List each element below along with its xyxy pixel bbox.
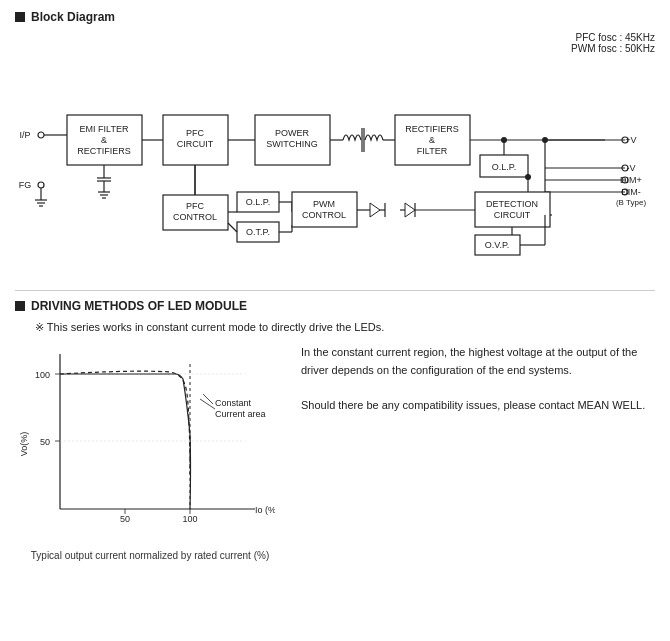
chart-caption: Typical output current normalized by rat… <box>15 550 285 561</box>
block-diagram-svg: .blk { fill: none; stroke: #222; stroke-… <box>15 60 655 270</box>
emi-label1: EMI FILTER <box>80 124 129 134</box>
svg-point-28 <box>501 137 507 143</box>
chart-svg: .ax { stroke: #222; stroke-width: 1.2; f… <box>15 344 275 544</box>
ovp-label: O.V.P. <box>485 240 510 250</box>
pfc-circuit-label1: PFC <box>186 128 205 138</box>
power-sw-label2: SWITCHING <box>266 139 318 149</box>
y50-label: 50 <box>40 437 50 447</box>
pfc-note-1: PFC fosc : 45KHz <box>576 32 655 43</box>
vplus-label: +V <box>625 135 636 145</box>
svg-point-2 <box>38 182 44 188</box>
chart-area: .ax { stroke: #222; stroke-width: 1.2; f… <box>15 344 285 561</box>
driving-content: .ax { stroke: #222; stroke-width: 1.2; f… <box>15 344 655 561</box>
svg-point-64 <box>525 174 531 180</box>
dimminus-label: DIM- <box>621 187 641 197</box>
x100-label: 100 <box>182 514 197 524</box>
vminus-label: -V <box>627 163 636 173</box>
driving-title-text: DRIVING METHODS OF LED MODULE <box>31 299 247 313</box>
olp1-label: O.L.P. <box>492 162 516 172</box>
driving-description: In the constant current region, the high… <box>301 344 655 414</box>
pfc-ctrl-label1: PFC <box>186 201 205 211</box>
constant-area-label2: Current area <box>215 409 266 419</box>
yaxis-label: Vo(%) <box>19 432 29 457</box>
svg-point-0 <box>38 132 44 138</box>
constant-area-label1: Constant <box>215 398 252 408</box>
driving-note-text: This series works in constant current mo… <box>47 321 384 333</box>
rect-filter-label3: FILTER <box>417 146 448 156</box>
detection-label2: CIRCUIT <box>494 210 531 220</box>
driving-desc-line1: In the constant current region, the high… <box>301 344 655 379</box>
block-diagram-wrapper: .blk { fill: none; stroke: #222; stroke-… <box>15 60 655 270</box>
pfc-note: PFC fosc : 45KHz PWM fosc : 50KHz <box>15 32 655 54</box>
dimplus-label: DIM+ <box>620 175 642 185</box>
pfc-circuit-label2: CIRCUIT <box>177 139 214 149</box>
chart-svg-wrap: .ax { stroke: #222; stroke-width: 1.2; f… <box>15 344 285 546</box>
svg-marker-57 <box>370 203 380 217</box>
power-sw-label1: POWER <box>275 128 310 138</box>
rect-filter-label2: & <box>429 135 435 145</box>
xaxis-label: Io (%) <box>255 505 275 515</box>
olp2-label: O.L.P. <box>246 197 270 207</box>
ip-label: I/P <box>19 130 30 140</box>
rect-filter-label1: RECTIFIERS <box>405 124 459 134</box>
driving-note: ※ This series works in constant current … <box>35 321 655 334</box>
svg-line-81 <box>203 394 213 404</box>
x50-label: 50 <box>120 514 130 524</box>
driving-desc-line2: Should there be any compatibility issues… <box>301 397 655 415</box>
pfc-note-2: PWM fosc : 50KHz <box>571 43 655 54</box>
pwm-ctrl-label1: PWM <box>313 199 335 209</box>
detection-label1: DETECTION <box>486 199 538 209</box>
svg-marker-60 <box>405 203 415 217</box>
fg-label: FG <box>19 180 32 190</box>
y100-label: 100 <box>35 370 50 380</box>
driving-title: DRIVING METHODS OF LED MODULE <box>15 299 655 313</box>
svg-line-52 <box>228 223 237 232</box>
block-diagram-section: Block Diagram PFC fosc : 45KHz PWM fosc … <box>15 10 655 270</box>
driving-section: DRIVING METHODS OF LED MODULE ※ This ser… <box>15 290 655 561</box>
pwm-ctrl-label2: CONTROL <box>302 210 346 220</box>
btype-label: (B Type) <box>616 198 646 207</box>
otp-label: O.T.P. <box>246 227 270 237</box>
emi-label2: & <box>101 135 107 145</box>
block-diagram-title-text: Block Diagram <box>31 10 115 24</box>
pfc-ctrl-label2: CONTROL <box>173 212 217 222</box>
emi-label3: RECTIFIERS <box>77 146 131 156</box>
block-diagram-title: Block Diagram <box>15 10 655 24</box>
